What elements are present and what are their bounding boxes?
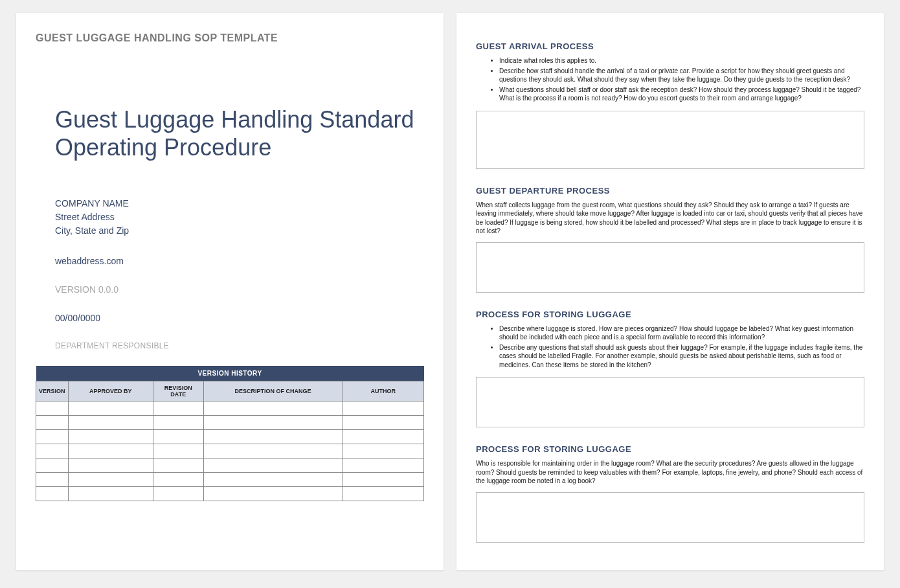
table-row[interactable] bbox=[36, 473, 424, 487]
version-table-body bbox=[36, 401, 424, 501]
col-description: DESCRIPTION OF CHANGE bbox=[203, 381, 343, 401]
section-storing-2: PROCESS FOR STORING LUGGAGE Who is respo… bbox=[476, 444, 864, 545]
table-cell[interactable] bbox=[343, 416, 423, 430]
col-revision-date: REVISION DATE bbox=[153, 381, 203, 401]
table-cell[interactable] bbox=[36, 444, 69, 458]
date-label: 00/00/0000 bbox=[55, 313, 424, 323]
company-street: Street Address bbox=[55, 210, 424, 224]
table-row[interactable] bbox=[36, 458, 424, 473]
section-arrival: GUEST ARRIVAL PROCESS Indicate what role… bbox=[476, 41, 864, 172]
section-heading: PROCESS FOR STORING LUGGAGE bbox=[476, 444, 864, 454]
list-item: Indicate what roles this applies to. bbox=[499, 56, 864, 65]
section-storing-1: PROCESS FOR STORING LUGGAGE Describe whe… bbox=[476, 310, 864, 431]
section-bullets: Describe where luggage is stored. How ar… bbox=[499, 324, 864, 370]
table-cell[interactable] bbox=[153, 473, 203, 487]
table-cell[interactable] bbox=[203, 487, 343, 501]
col-author: AUTHOR bbox=[343, 381, 423, 401]
table-cell[interactable] bbox=[203, 430, 343, 444]
table-cell[interactable] bbox=[203, 416, 343, 430]
table-title: VERSION HISTORY bbox=[36, 366, 424, 381]
table-cell[interactable] bbox=[203, 473, 343, 487]
table-cell[interactable] bbox=[36, 430, 69, 444]
version-history-table: VERSION HISTORY VERSION APPROVED BY REVI… bbox=[36, 366, 424, 501]
section-departure: GUEST DEPARTURE PROCESS When staff colle… bbox=[476, 186, 864, 295]
table-cell[interactable] bbox=[68, 401, 153, 416]
table-cell[interactable] bbox=[153, 416, 203, 430]
table-cell[interactable] bbox=[343, 430, 423, 444]
arrival-input[interactable] bbox=[476, 111, 864, 169]
page-2: GUEST ARRIVAL PROCESS Indicate what role… bbox=[456, 13, 884, 570]
table-cell[interactable] bbox=[203, 401, 343, 416]
storing-input-2[interactable] bbox=[476, 492, 864, 543]
table-cell[interactable] bbox=[343, 444, 423, 458]
table-cell[interactable] bbox=[68, 458, 153, 473]
table-row[interactable] bbox=[36, 487, 424, 501]
col-version: VERSION bbox=[36, 381, 69, 401]
company-city-state-zip: City, State and Zip bbox=[55, 224, 424, 238]
table-row[interactable] bbox=[36, 401, 424, 416]
table-cell[interactable] bbox=[68, 416, 153, 430]
storing-input-1[interactable] bbox=[476, 377, 864, 427]
table-cell[interactable] bbox=[203, 458, 343, 473]
table-row[interactable] bbox=[36, 416, 424, 430]
table-row[interactable] bbox=[36, 430, 424, 444]
company-name: COMPANY NAME bbox=[55, 197, 424, 210]
table-cell[interactable] bbox=[36, 401, 69, 416]
table-cell[interactable] bbox=[343, 473, 423, 487]
section-bullets: Indicate what roles this applies to. Des… bbox=[499, 56, 864, 103]
col-approved-by: APPROVED BY bbox=[68, 381, 153, 401]
company-info: COMPANY NAME Street Address City, State … bbox=[55, 197, 424, 238]
table-cell[interactable] bbox=[343, 487, 423, 501]
table-cell[interactable] bbox=[68, 430, 153, 444]
table-cell[interactable] bbox=[153, 444, 203, 458]
department-label: DEPARTMENT RESPONSIBLE bbox=[55, 341, 424, 350]
page-1: GUEST LUGGAGE HANDLING SOP TEMPLATE Gues… bbox=[16, 13, 444, 570]
table-cell[interactable] bbox=[68, 487, 153, 501]
table-cell[interactable] bbox=[68, 444, 153, 458]
template-label: GUEST LUGGAGE HANDLING SOP TEMPLATE bbox=[36, 32, 424, 44]
table-cell[interactable] bbox=[153, 430, 203, 444]
departure-input[interactable] bbox=[476, 242, 864, 293]
web-address: webaddress.com bbox=[55, 256, 424, 266]
list-item: What questions should bell staff or door… bbox=[499, 85, 864, 103]
table-cell[interactable] bbox=[153, 487, 203, 501]
section-paragraph: Who is responsible for maintaining order… bbox=[476, 459, 864, 486]
table-header-row: VERSION APPROVED BY REVISION DATE DESCRI… bbox=[36, 381, 424, 401]
table-cell[interactable] bbox=[36, 487, 69, 501]
list-item: Describe how staff should handle the arr… bbox=[499, 67, 864, 84]
table-cell[interactable] bbox=[36, 473, 69, 487]
table-cell[interactable] bbox=[203, 444, 343, 458]
section-paragraph: When staff collects luggage from the gue… bbox=[476, 201, 864, 236]
table-cell[interactable] bbox=[153, 401, 203, 416]
table-cell[interactable] bbox=[68, 473, 153, 487]
section-heading: GUEST ARRIVAL PROCESS bbox=[476, 41, 864, 51]
section-heading: PROCESS FOR STORING LUGGAGE bbox=[476, 310, 864, 319]
document-title: Guest Luggage Handling Standard Operatin… bbox=[55, 106, 424, 161]
table-cell[interactable] bbox=[36, 416, 69, 430]
table-cell[interactable] bbox=[36, 458, 69, 473]
table-cell[interactable] bbox=[343, 458, 423, 473]
list-item: Describe where luggage is stored. How ar… bbox=[499, 324, 864, 342]
section-heading: GUEST DEPARTURE PROCESS bbox=[476, 186, 864, 196]
table-row[interactable] bbox=[36, 444, 424, 458]
table-cell[interactable] bbox=[153, 458, 203, 473]
table-cell[interactable] bbox=[343, 401, 423, 416]
version-label: VERSION 0.0.0 bbox=[55, 284, 424, 295]
list-item: Describe any questions that staff should… bbox=[499, 343, 864, 370]
